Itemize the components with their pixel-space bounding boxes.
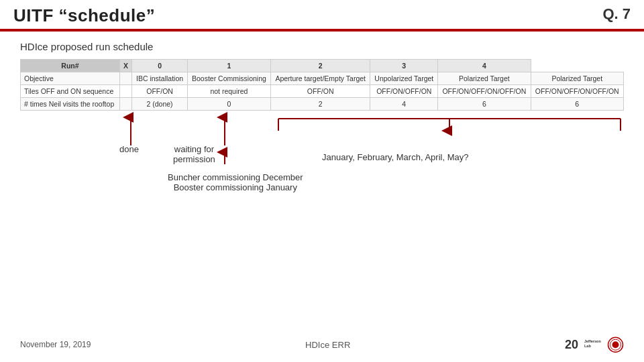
table-row: ObjectiveIBC installationBooster Commiss…: [21, 72, 624, 85]
svg-point-13: [612, 341, 619, 348]
table-cell: OFF/ON: [271, 85, 370, 98]
table-cell: 6: [531, 98, 623, 111]
table-cell: Booster Commissioning: [187, 72, 270, 85]
table-body: ObjectiveIBC installationBooster Commiss…: [21, 72, 624, 111]
table-cell: Polarized Target: [531, 72, 623, 85]
annotations-area: done waiting for permission January, Feb…: [20, 111, 624, 198]
table-cell: not required: [187, 85, 270, 98]
table-cell: 2: [271, 98, 370, 111]
row-label: # times Neil visits the rooftop: [21, 98, 120, 111]
col-0: 0: [132, 60, 188, 72]
col-run: Run#: [21, 60, 120, 72]
table-cell: OFF/ON/OFF/ON/OFF/ON: [438, 85, 531, 98]
table-cell: IBC installation: [132, 72, 188, 85]
header: UITF “schedule” Q. 7: [0, 0, 644, 29]
table-cell: 2 (done): [132, 98, 188, 111]
table-cell: Aperture target/Empty Target: [271, 72, 370, 85]
row-x: [119, 72, 131, 85]
row-x: [119, 98, 131, 111]
table-cell: OFF/ON: [132, 85, 188, 98]
col-3: 3: [370, 60, 438, 72]
row-label: Objective: [21, 72, 120, 85]
footer-center: HDIce ERR: [305, 340, 350, 350]
section-title: HDIce proposed run schedule: [20, 41, 624, 52]
page-number: 20: [565, 338, 578, 352]
footer: November 19, 2019 HDIce ERR 20 Jefferson…: [0, 334, 644, 355]
waiting-label: waiting for permission: [173, 144, 215, 164]
jlab-logo: Jefferson Lab: [584, 334, 624, 355]
table-cell: Polarized Target: [438, 72, 531, 85]
row-x: [119, 85, 131, 98]
table-cell: 4: [370, 98, 438, 111]
table-cell: Unpolarized Target: [370, 72, 438, 85]
table-cell: 6: [438, 98, 531, 111]
slide-number: Q. 7: [602, 5, 631, 23]
col-4: 4: [438, 60, 531, 72]
main-content: HDIce proposed run schedule Run# X 0 1 2…: [0, 32, 644, 204]
table-cell: OFF/ON/OFF/ON/OFF/ON: [531, 85, 623, 98]
svg-text:Jefferson: Jefferson: [584, 339, 601, 343]
done-label: done: [119, 144, 139, 154]
buncher-label: Buncher commissioning December Booster c…: [168, 172, 303, 192]
col-2: 2: [271, 60, 370, 72]
january-label: January, February, March, April, May?: [322, 152, 468, 162]
table-cell: OFF/ON/OFF/ON: [370, 85, 438, 98]
footer-right: 20 Jefferson Lab: [565, 334, 624, 355]
table-row: Tiles OFF and ON sequenceOFF/ONnot requi…: [21, 85, 624, 98]
page-title: UITF “schedule”: [13, 5, 155, 25]
col-1: 1: [187, 60, 270, 72]
col-x: X: [119, 60, 131, 72]
table-header-row: Run# X 0 1 2 3 4: [21, 60, 624, 72]
schedule-table: Run# X 0 1 2 3 4 ObjectiveIBC installati…: [20, 59, 624, 111]
table-cell: 0: [187, 98, 270, 111]
table-row: # times Neil visits the rooftop2 (done)0…: [21, 98, 624, 111]
svg-text:Lab: Lab: [584, 344, 591, 348]
footer-date: November 19, 2019: [20, 340, 91, 349]
row-label: Tiles OFF and ON sequence: [21, 85, 120, 98]
